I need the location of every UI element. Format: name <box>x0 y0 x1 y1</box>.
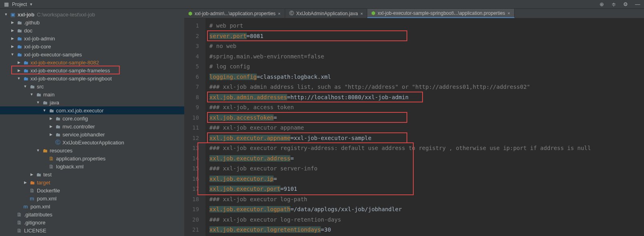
gear-icon[interactable]: ⚙ <box>622 1 629 8</box>
chevron-right-icon[interactable] <box>49 132 53 136</box>
tree-item[interactable]: 🖿doc <box>0 26 184 34</box>
tree-item[interactable]: 🗎application.properties <box>0 154 184 162</box>
class-icon: Ⓒ <box>289 10 294 17</box>
code-line[interactable]: #spring.main.web-environment=false <box>205 52 644 62</box>
project-tree[interactable]: ▣ xxl-job C:\workspace-test\xxl-job 🖿.gi… <box>0 9 184 236</box>
project-label[interactable]: Project <box>12 2 27 7</box>
tree-root[interactable]: ▣ xxl-job C:\workspace-test\xxl-job <box>0 10 184 18</box>
chevron-down-icon[interactable] <box>10 52 14 56</box>
project-view-icon[interactable]: ▦ <box>3 1 10 8</box>
tree-item[interactable]: 🗎LICENSE <box>0 226 184 234</box>
tree-item[interactable]: 🖿xxl-job-executor-samples <box>0 50 184 58</box>
chevron-down-icon[interactable] <box>4 12 8 16</box>
tree-item-label: main <box>43 92 54 98</box>
code-line[interactable]: logging.config=classpath:logback.xml <box>205 72 644 82</box>
locate-icon[interactable]: ⊕ <box>598 1 605 8</box>
close-icon[interactable]: × <box>278 11 280 16</box>
expand-icon[interactable]: ≑ <box>610 1 617 8</box>
tree-item[interactable]: 🖿mvc.controller <box>0 122 184 130</box>
tree-item[interactable]: 🖿com.xxl.job.executor <box>0 106 184 114</box>
project-dropdown-icon[interactable]: ▼ <box>29 2 33 6</box>
tree-item-label: xxl-job-executor-sample-8082 <box>30 60 99 66</box>
code-line[interactable]: ### xxl-job executor registry-address: d… <box>205 143 644 154</box>
code-line[interactable]: xxl.job.accessToken= <box>205 113 644 123</box>
code-line[interactable]: xxl.job.admin.addresses=http://localhost… <box>205 92 644 103</box>
tree-item-label: com.xxl.job.executor <box>56 108 104 114</box>
module-icon: 🖿 <box>16 44 22 50</box>
editor-tab[interactable]: ⬢xxl-job-executor-sample-springboot\...\… <box>367 9 515 18</box>
chevron-right-icon[interactable] <box>30 172 34 176</box>
code-line[interactable]: server.port=8081 <box>205 31 644 42</box>
chevron-right-icon[interactable] <box>49 124 53 128</box>
chevron-down-icon[interactable] <box>42 108 46 112</box>
chevron-right-icon[interactable] <box>10 44 14 48</box>
code-line[interactable]: ### xxl-job, access token <box>205 102 644 113</box>
tree-item[interactable]: 🖿resources <box>0 146 184 154</box>
tree-item[interactable]: mpom.xml <box>0 194 184 202</box>
chevron-right-icon[interactable] <box>17 68 21 72</box>
tree-item-label: LICENSE <box>24 228 46 234</box>
chevron-down-icon[interactable] <box>17 76 21 80</box>
code-line[interactable]: ### xxl-job executor log-retention-days <box>205 215 644 225</box>
collapse-icon[interactable]: — <box>634 1 641 8</box>
chevron-right-icon[interactable] <box>10 20 14 24</box>
code-line[interactable]: ### xxl-job executor appname <box>205 123 644 133</box>
tree-item[interactable]: ⒸXxlJobExecutorApplication <box>0 138 184 146</box>
chevron-right-icon[interactable] <box>17 60 21 64</box>
editor-tab[interactable]: ⬢xxl-job-admin\...\application.propertie… <box>184 9 285 18</box>
tree-item-label: doc <box>24 28 32 34</box>
code-editor[interactable]: 123456789101112131415161718192021 # web … <box>184 18 644 236</box>
code-line[interactable]: # web port <box>205 21 644 31</box>
tree-item-label: service.jobhandler <box>62 132 105 138</box>
code-line[interactable]: xxl.job.executor.address= <box>205 154 644 164</box>
tree-item[interactable]: 🖿xxl-job-executor-sample-8082 <box>0 58 184 66</box>
tree-item-label: src <box>37 84 44 90</box>
chevron-down-icon[interactable] <box>36 100 40 104</box>
tree-item-label: test <box>43 172 52 178</box>
tree-item-label: core.config <box>62 116 88 122</box>
tree-item[interactable]: 🗎.gitignore <box>0 218 184 226</box>
tree-item[interactable]: mpom.xml <box>0 202 184 210</box>
chevron-right-icon[interactable] <box>10 36 14 40</box>
code-line[interactable]: # log config <box>205 62 644 72</box>
folder-icon: 🖿 <box>35 172 42 178</box>
code-line[interactable]: xxl.job.executor.logretentiondays=30 <box>205 225 644 235</box>
code-line[interactable]: xxl.job.executor.logpath=/data/applogs/x… <box>205 204 644 215</box>
code-line[interactable]: ### xxl-job executor server-info <box>205 164 644 174</box>
file-icon: 🗎 <box>16 228 22 234</box>
tree-item[interactable]: 🖿test <box>0 170 184 178</box>
close-icon[interactable]: × <box>360 11 363 16</box>
chevron-down-icon[interactable] <box>23 84 27 88</box>
code-line[interactable]: ### xxl-job executor log-path <box>205 194 644 205</box>
tree-item[interactable]: 🗎Dockerfile <box>0 186 184 194</box>
tree-item[interactable]: 🖿xxl-job-executor-sample-frameless <box>0 66 184 74</box>
tree-item[interactable]: 🗎logback.xml <box>0 162 184 170</box>
code-content[interactable]: # web portserver.port=8081# no web#sprin… <box>205 18 644 236</box>
tree-item[interactable]: 🖿.github <box>0 18 184 26</box>
editor-tabs: ⬢xxl-job-admin\...\application.propertie… <box>184 9 644 18</box>
code-line[interactable]: ### xxl-job admin address list, such as … <box>205 82 644 92</box>
tree-item[interactable]: 🖿java <box>0 98 184 106</box>
tree-item[interactable]: 🖿core.config <box>0 114 184 122</box>
tree-item[interactable]: 🖿service.jobhandler <box>0 130 184 138</box>
chevron-down-icon[interactable] <box>36 148 40 152</box>
tree-item[interactable]: 🖿main <box>0 90 184 98</box>
code-line[interactable]: xxl.job.executor.ip= <box>205 174 644 184</box>
chevron-right-icon[interactable] <box>23 180 27 184</box>
tree-item[interactable]: 🗎.gitattributes <box>0 210 184 218</box>
chevron-right-icon[interactable] <box>49 116 53 120</box>
tree-item[interactable]: 🖿xxl-job-executor-sample-springboot <box>0 74 184 82</box>
close-icon[interactable]: × <box>507 11 510 16</box>
chevron-right-icon[interactable] <box>10 28 14 32</box>
tree-item[interactable]: 🖿target <box>0 178 184 186</box>
editor-tab[interactable]: ⒸXxlJobAdminApplication.java× <box>285 9 368 18</box>
code-line[interactable]: # no web <box>205 41 644 52</box>
tree-item[interactable]: 🖿xxl-job-admin <box>0 34 184 42</box>
tree-item[interactable]: 🖿xxl-job-core <box>0 42 184 50</box>
line-gutter: 123456789101112131415161718192021 <box>184 18 205 236</box>
code-line[interactable]: xxl.job.executor.appname=xxl-job-executo… <box>205 133 644 144</box>
chevron-down-icon[interactable] <box>30 92 34 96</box>
tree-item[interactable]: 🖿src <box>0 82 184 90</box>
code-line[interactable]: xxl.job.executor.port=9101 <box>205 184 644 194</box>
maven-icon: m <box>29 196 35 202</box>
